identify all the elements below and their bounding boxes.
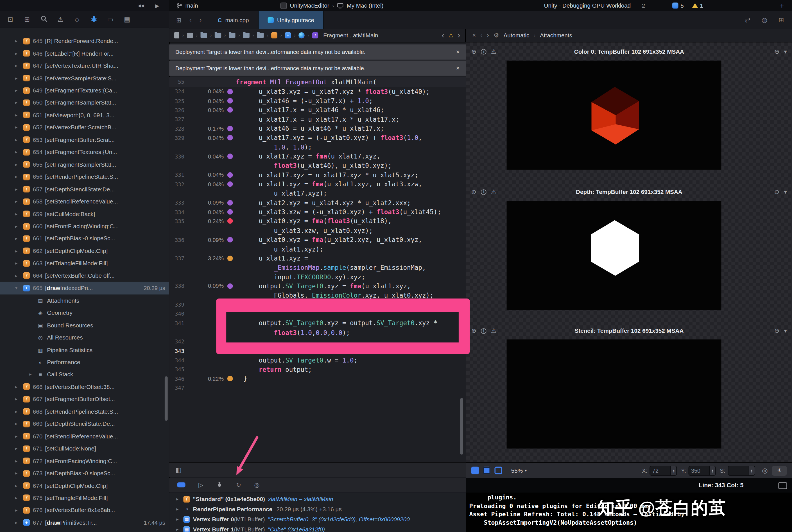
navigator-row[interactable]: ▸+677[drawPrimitives:Tr...17.44 µs (0, 516, 169, 529)
disclosure-icon[interactable]: ▸ (15, 446, 22, 451)
navigator-row[interactable]: ▸ƒ655[setFragmentSamplerStat... (0, 158, 169, 171)
navigator-row[interactable]: ▸ƒ650[setFragmentSamplerStat... (0, 97, 169, 109)
code-line[interactable]: 3300.04% u_xlat17.xyz = fma(u_xlat17.xyz… (169, 152, 466, 161)
editor-scrollbar[interactable] (460, 398, 463, 454)
code-jump-bar[interactable]: › › › › › › › › +› › f Fragment...atMtlM… (169, 28, 466, 42)
color-attachment-preview[interactable] (507, 61, 721, 170)
info-icon[interactable]: i (481, 189, 487, 195)
structure-navigator-icon[interactable]: ⊡ (2, 16, 19, 23)
code-line[interactable]: 3340.04% u_xlat3.xzw = (-u_xlat0.xyz) + … (169, 207, 466, 217)
code-line[interactable]: input.TEXCOORD0.xy).xyz; (169, 272, 466, 281)
line-number[interactable]: 338 (169, 283, 184, 289)
navigator-row[interactable]: ▸ƒ673[setDepthBias:-0 slopeSc... (0, 467, 169, 479)
back-chevron-icon[interactable]: ‹ (480, 32, 482, 39)
breakpoint-toggle-icon[interactable] (177, 482, 186, 487)
source-editor[interactable]: 3240.04% u_xlat3.xyz = u_xlat7.xyz * flo… (169, 87, 466, 462)
navigator-row[interactable]: ▸ƒ667[setFragmentBufferOffset... (0, 393, 169, 405)
filter-menu-icon[interactable]: ⊖ (774, 48, 779, 55)
back-chevron-icon[interactable]: ‹ (189, 16, 191, 23)
filter-menu-icon[interactable]: ⊖ (774, 188, 779, 195)
navigator-row[interactable]: ▸ƒ653[setFragmentBuffer:Scrat... (0, 134, 169, 146)
line-number[interactable]: 334 (169, 209, 184, 215)
disclosure-icon[interactable]: ▸ (15, 150, 22, 155)
disclosure-icon[interactable]: ▸ (176, 497, 183, 502)
line-number[interactable]: 341 (169, 320, 184, 326)
warning-icon[interactable]: ⚠ (491, 188, 496, 195)
play-icon[interactable]: ▶ (155, 3, 159, 8)
target-picker-icon[interactable]: ◎ (762, 467, 768, 474)
disclosure-icon[interactable]: ▸ (15, 508, 22, 513)
related-items-icon[interactable]: ⊞ (176, 16, 181, 23)
close-icon[interactable]: × (472, 32, 476, 39)
heatmap-tool-button[interactable]: ☀ (772, 466, 787, 476)
disclosure-icon[interactable]: ▸ (176, 507, 183, 512)
log-navigator-icon[interactable]: ▤ (119, 16, 135, 23)
breadcrumb-attachments[interactable]: Attachments (540, 32, 572, 38)
line-number[interactable]: 324 (169, 89, 184, 95)
jump-bar-symbol[interactable]: Fragment...atMtlMain (323, 32, 378, 38)
code-line[interactable]: 3320.04% u_xlat1.xyz = fma(u_xlat1.xyz, … (169, 179, 466, 189)
disclosure-icon[interactable]: ▸ (15, 63, 22, 68)
line-number[interactable]: 328 (169, 126, 184, 132)
debug-issue-badge[interactable]: 5 (672, 2, 683, 9)
disclosure-icon[interactable]: ▸ (15, 211, 22, 216)
resource-detail-link[interactable]: "ScratchBuffer0_3" (0x1d2cfe5d0), Offset… (268, 516, 410, 522)
code-line[interactable]: 327 u_xlat17.x = u_xlat17.x * u_xlat17.x… (169, 115, 466, 124)
navigator-row[interactable]: ▸ƒ672[setFrontFacingWinding:C... (0, 455, 169, 467)
line-number[interactable]: 331 (169, 172, 184, 178)
line-number[interactable]: 344 (169, 357, 184, 363)
navigator-row[interactable]: ▸ƒ647[setVertexTexture:UIR Sha... (0, 60, 169, 72)
navigator-row[interactable]: ▸ƒ671[setCullMode:None] (0, 442, 169, 455)
disclosure-icon[interactable]: ▸ (15, 421, 22, 426)
breadcrumb-automatic[interactable]: Automatic (503, 32, 529, 38)
assistant-jump-bar[interactable]: × ‹ › ⚙ Automatic › Attachments (466, 28, 792, 42)
navigator-row[interactable]: ▸ƒ654[setFragmentTextures:{Un... (0, 146, 169, 158)
pixel-format-icon[interactable]: ⊕ (471, 327, 476, 335)
warning-icon[interactable]: ⚠ (449, 32, 454, 38)
channel-green-toggle[interactable] (483, 467, 490, 474)
disclosure-icon[interactable]: ▸ (15, 88, 22, 93)
code-line[interactable]: 1.0, 1.0); (169, 142, 466, 152)
code-line[interactable]: float3(u_xlat46), u_xlat0.xyz); (169, 161, 466, 170)
navigator-row[interactable]: ▸ƒ662[setDepthClipMode:Clip] (0, 245, 169, 257)
code-line[interactable]: 345 return output; (169, 365, 466, 374)
debug-shader-icon[interactable] (216, 481, 223, 489)
tab-main-cpp[interactable]: C main.cpp (209, 11, 258, 29)
navigator-row[interactable]: ▸ƒ656[setRenderPipelineState:S... (0, 171, 169, 183)
code-line[interactable]: 3460.22% } (169, 374, 466, 383)
swap-editor-icon[interactable]: ⇄ (745, 16, 751, 24)
navigator-row[interactable]: ▸ƒ669[setDepthStencilState:De... (0, 418, 169, 430)
search-icon[interactable] (35, 15, 52, 24)
navigator-row[interactable]: ▸ƒ668[setRenderPipelineState:S... (0, 405, 169, 418)
disclosure-icon[interactable]: ▸ (15, 162, 22, 167)
disclosure-icon[interactable]: ▸ (15, 471, 22, 476)
navigator-row[interactable]: ▸ƒ645[R] RenderForward.Rende... (0, 35, 169, 47)
disclosure-icon[interactable]: ▾ (15, 286, 22, 290)
prev-issue-icon[interactable]: ‹ (442, 31, 445, 40)
line-number[interactable]: 345 (169, 366, 184, 373)
stepper-icon[interactable]: ▴▾ (709, 466, 716, 475)
line-number[interactable]: 329 (169, 135, 184, 141)
navigator-subitem[interactable]: ◈Geometry (0, 307, 169, 319)
resource-list-item[interactable]: ▸▦Vertex Buffer 1 (MTLBuffer) "Cube" (0x… (169, 524, 466, 532)
line-number[interactable]: 347 (169, 385, 184, 391)
warning-badge[interactable]: 1 (692, 2, 703, 9)
tab-unity-gputrace[interactable]: Unity.gputrace (259, 11, 324, 29)
x-coordinate-field[interactable]: 72 ▴▾ (650, 466, 677, 476)
forward-chevron-icon[interactable]: › (487, 32, 489, 39)
disclosure-icon[interactable]: ▸ (15, 187, 22, 192)
code-line[interactable]: u_xlat1.xyz); (169, 245, 466, 254)
navigator-row[interactable]: ▸ƒ666[setVertexBufferOffset:38... (0, 381, 169, 393)
add-button[interactable]: + (780, 0, 784, 11)
disclosure-icon[interactable]: ▸ (15, 199, 22, 204)
line-number[interactable]: 336 (169, 236, 184, 243)
channel-blue-toggle[interactable] (494, 467, 502, 474)
disclosure-icon[interactable]: ▸ (15, 248, 22, 253)
chevron-down-icon[interactable]: ▾ (784, 327, 787, 335)
disclosure-icon[interactable]: ▸ (176, 527, 183, 532)
code-line[interactable]: 3380.09% output.SV_Target0.xyz = fma(u_x… (169, 281, 466, 290)
navigator-row[interactable]: ▸ƒ652[setVertexBuffer:ScratchB... (0, 121, 169, 134)
disclosure-icon[interactable]: ▸ (15, 125, 22, 130)
code-line[interactable]: 347 (169, 383, 466, 393)
navigator-row[interactable]: ▸ƒ646[setLabel:"[R] RenderFor... (0, 47, 169, 60)
